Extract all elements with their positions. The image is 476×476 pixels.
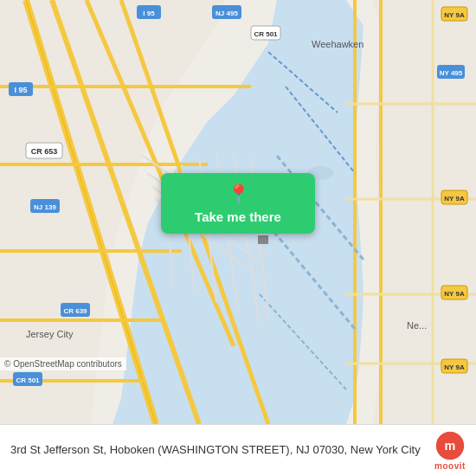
svg-text:NY 495: NY 495 xyxy=(440,69,463,77)
svg-rect-67 xyxy=(258,235,268,244)
svg-text:CR 639: CR 639 xyxy=(63,307,87,315)
svg-text:NY 9A: NY 9A xyxy=(444,195,465,203)
svg-text:CR 501: CR 501 xyxy=(254,30,278,38)
svg-text:CR 653: CR 653 xyxy=(31,147,58,156)
map-attribution: © OpenStreetMap contributors xyxy=(0,357,126,370)
location-pin-icon: 📍 xyxy=(227,183,250,206)
svg-text:I 95: I 95 xyxy=(143,10,155,17)
moovit-icon: m xyxy=(434,430,466,461)
svg-text:NY 9A: NY 9A xyxy=(444,363,465,371)
svg-text:m: m xyxy=(445,439,456,453)
svg-text:CR 501: CR 501 xyxy=(16,376,40,384)
svg-text:NJ 495: NJ 495 xyxy=(215,10,238,17)
button-label: Take me there xyxy=(195,209,281,224)
take-me-there-button[interactable]: 📍 Take me there xyxy=(161,173,315,234)
svg-text:Weehawken: Weehawken xyxy=(312,39,363,49)
moovit-label: moovit xyxy=(434,461,466,471)
map-container: CR 653 I 95 NJ 139 CR 501 CR 639 NY 9A N… xyxy=(0,0,476,424)
svg-text:Jersey City: Jersey City xyxy=(26,329,74,339)
svg-text:NY 9A: NY 9A xyxy=(444,290,465,298)
svg-text:I 95: I 95 xyxy=(14,86,27,94)
svg-text:NY 9A: NY 9A xyxy=(444,11,465,19)
info-bar: 3rd St Jefferson St, Hoboken (WASHINGTON… xyxy=(0,424,476,476)
svg-text:NJ 139: NJ 139 xyxy=(34,203,56,211)
moovit-logo: m moovit xyxy=(434,430,466,471)
address-text: 3rd St Jefferson St, Hoboken (WASHINGTON… xyxy=(10,442,426,458)
svg-text:Ne...: Ne... xyxy=(407,320,427,331)
